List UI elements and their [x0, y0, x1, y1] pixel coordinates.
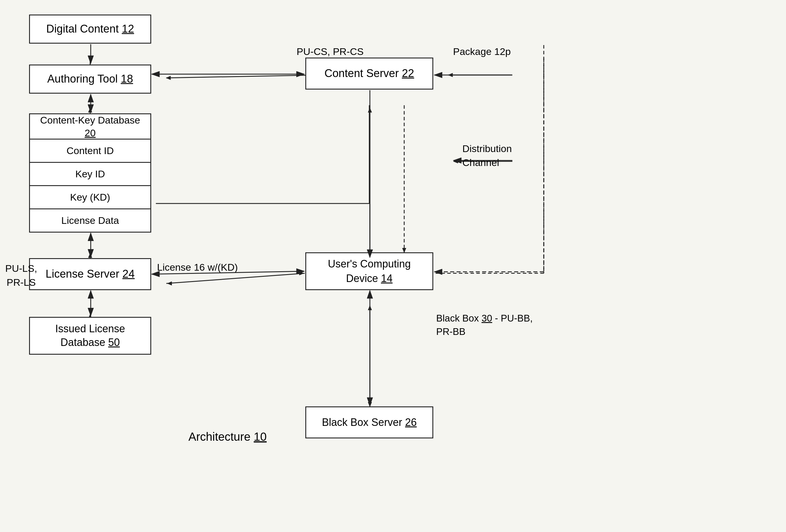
issued-license-db-number: 50	[108, 337, 120, 348]
license-server-label: License Server 24	[46, 267, 135, 281]
digital-content-label: Digital Content 12	[46, 22, 134, 36]
content-server-box: Content Server 22	[305, 57, 433, 90]
users-computing-device-box: User's ComputingDevice 14	[305, 252, 433, 290]
issued-license-db-label: Issued LicenseDatabase 50	[55, 322, 125, 349]
key-id-label: Key ID	[75, 167, 105, 180]
users-computing-number: 14	[381, 272, 393, 284]
content-server-label: Content Server 22	[325, 66, 414, 80]
key-kd-label: Key (KD)	[70, 191, 110, 204]
content-server-number: 22	[402, 67, 414, 79]
black-box-30-label: Black Box 30 - PU-BB,PR-BB	[436, 311, 533, 339]
architecture-label: Architecture 10	[188, 430, 267, 443]
svg-marker-7	[88, 253, 92, 258]
ckdb-label: Content-Key Database20	[40, 114, 140, 139]
distribution-channel-label: DistributionChannel	[462, 142, 512, 169]
svg-marker-31	[368, 108, 372, 113]
svg-marker-17	[167, 281, 172, 285]
pu-cs-label: PU-CS, PR-CS	[297, 46, 364, 57]
svg-marker-13	[166, 76, 171, 80]
license-server-number: 24	[122, 268, 135, 280]
package-label: Package 12p	[453, 46, 511, 57]
architecture-number: 10	[254, 430, 267, 443]
key-kd-row: Key (KD)	[29, 186, 151, 209]
black-box-server-number: 26	[405, 416, 417, 428]
license-arrow-label: License 16 w/(KD)	[157, 262, 238, 273]
content-id-row: Content ID	[29, 140, 151, 163]
license-data-row: License Data	[29, 209, 151, 233]
svg-marker-27	[368, 305, 372, 310]
issued-license-db-box: Issued LicenseDatabase 50	[29, 317, 151, 355]
users-computing-label: User's ComputingDevice 14	[328, 257, 411, 286]
black-box-server-label: Black Box Server 26	[322, 416, 417, 430]
ckdb-number: 20	[85, 127, 96, 138]
authoring-tool-label: Authoring Tool 18	[47, 72, 133, 86]
svg-marker-18	[299, 271, 304, 275]
digital-content-box: Digital Content 12	[29, 15, 151, 44]
svg-marker-22	[448, 73, 453, 77]
license-data-label: License Data	[61, 214, 119, 227]
content-key-db-header: Content-Key Database20	[29, 113, 151, 140]
digital-content-number: 12	[122, 23, 134, 35]
svg-marker-4	[88, 108, 92, 113]
pu-ls-label: PU-LS,PR-LS	[5, 262, 37, 289]
license-server-box: License Server 24	[29, 258, 151, 290]
svg-line-11	[166, 75, 319, 78]
diagram: Digital Content 12 Authoring Tool 18 Con…	[0, 0, 786, 532]
content-id-label: Content ID	[67, 144, 114, 157]
authoring-tool-box: Authoring Tool 18	[29, 65, 151, 94]
svg-line-16	[166, 273, 305, 283]
svg-marker-24	[453, 159, 458, 163]
authoring-tool-number: 18	[121, 73, 133, 85]
black-box-server-box: Black Box Server 26	[305, 407, 433, 438]
key-id-row: Key ID	[29, 163, 151, 186]
